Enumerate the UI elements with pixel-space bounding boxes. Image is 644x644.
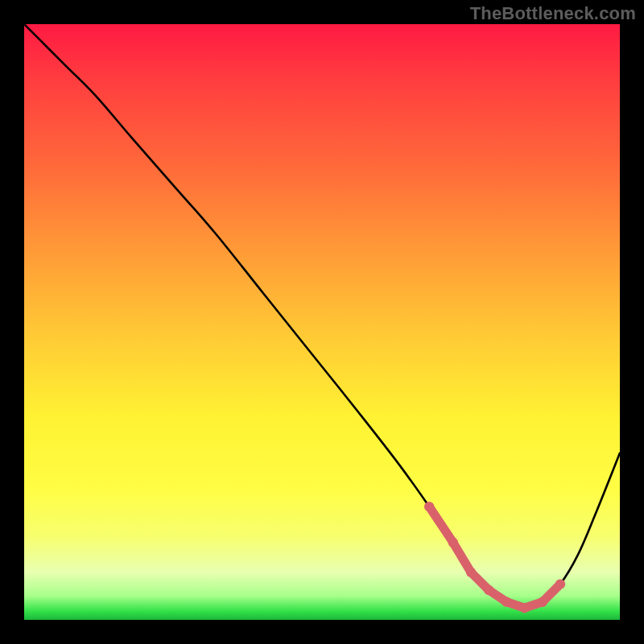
optimal-range-line: [429, 506, 560, 608]
bottleneck-curve: [24, 24, 620, 608]
optimal-range-dot: [555, 579, 565, 588]
plot-area: [24, 24, 620, 620]
optimal-range-dot: [502, 597, 511, 607]
chart-overlay: [24, 24, 620, 620]
optimal-range-dot: [424, 502, 434, 511]
optimal-range-dot: [448, 538, 458, 547]
watermark-text: TheBottleneck.com: [470, 3, 636, 24]
optimal-range-dot: [519, 603, 529, 613]
optimal-range-marker: [424, 502, 565, 613]
optimal-range-dot: [484, 585, 493, 595]
optimal-range-dot: [538, 597, 547, 607]
optimal-range-dot: [466, 568, 476, 577]
chart-stage: TheBottleneck.com: [0, 0, 644, 644]
